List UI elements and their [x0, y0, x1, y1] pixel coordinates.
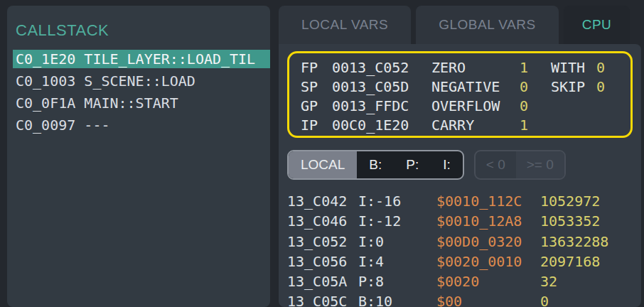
memory-decimal-value: 13632288 — [540, 232, 641, 252]
memory-decimal-value: 1052972 — [540, 191, 641, 211]
frame-symbol: TILE_LAYER::LOAD_TIL — [84, 50, 255, 68]
frame-symbol: S_SCENE::LOAD — [84, 72, 195, 90]
memory-decimal-value: 32 — [540, 271, 641, 291]
memory-offset: B:10 — [358, 291, 436, 307]
view-p-button[interactable]: P: — [394, 151, 431, 178]
memory-row: 13_C05AP:8 $0020 32 — [287, 271, 641, 291]
register-row: SP 0013_C05D NEGATIVE 0 SKIP 0 — [301, 77, 630, 97]
register-name: IP — [301, 116, 332, 135]
memory-hex-value: $0010_112C — [436, 191, 540, 211]
callstack-entry[interactable]: C0_0097 --- — [7, 116, 270, 134]
memory-address: 13_C05A — [287, 271, 358, 291]
memory-offset: I:0 — [358, 232, 436, 252]
callstack-list: C0_1E20 TILE_LAYER::LOAD_TIL C0_1003 S_S… — [7, 50, 270, 134]
memory-offset: P:8 — [358, 271, 436, 291]
callstack-entry[interactable]: C0_1003 S_SCENE::LOAD — [7, 72, 270, 90]
register-name: GP — [301, 97, 332, 116]
view-local-button[interactable]: LOCAL — [289, 151, 357, 178]
filter-controls: LOCAL B: P: I: < 0 >= 0 — [287, 150, 641, 180]
register-row: IP 00C0_1E20 CARRY 1 — [301, 116, 630, 135]
modifier-value: 0 — [596, 77, 630, 97]
register-box: FP 0013_C052 ZERO 1 WITH 0 SP 0013_C05D … — [287, 51, 633, 138]
memory-row: 13_C05CB:10 $00 0 — [287, 291, 641, 307]
flag-value: 0 — [520, 97, 551, 116]
flag-name: NEGATIVE — [431, 77, 520, 97]
sign-filter-group: < 0 >= 0 — [474, 150, 566, 180]
tab-cpu[interactable]: CPU — [564, 6, 630, 50]
memory-row: 13_C042I:-16 $0010_112C 1052972 — [287, 191, 641, 211]
modifier-value: 0 — [596, 58, 630, 77]
frame-address: C0_1E20 — [16, 50, 75, 68]
memory-row: 13_C046I:-12 $0010_12A8 1053352 — [287, 211, 641, 231]
flag-name: OVERFLOW — [431, 97, 520, 116]
flag-value: 1 — [520, 58, 551, 77]
flag-value: 0 — [520, 77, 551, 97]
memory-address: 13_C046 — [287, 211, 358, 231]
frame-symbol: MAIN::START — [84, 95, 178, 112]
memory-decimal-value: 2097168 — [540, 252, 641, 271]
frame-address: C0_1003 — [16, 72, 75, 90]
modifier-name: SKIP — [551, 77, 596, 97]
callstack-title: CALLSTACK — [7, 6, 270, 40]
memory-address: 13_C05C — [287, 291, 358, 307]
callstack-entry[interactable]: C0_0F1A MAIN::START — [7, 94, 270, 112]
memory-decimal-value: 1053352 — [540, 211, 641, 231]
flag-name: ZERO — [431, 58, 520, 77]
memory-hex-value: $0020_0010 — [436, 252, 540, 271]
memory-address: 13_C052 — [287, 232, 358, 252]
memory-hex-value: $00D0_0320 — [436, 232, 540, 252]
memory-address: 13_C042 — [287, 191, 358, 211]
less-than-zero-button: < 0 — [476, 151, 516, 178]
register-value: 0013_C05D — [332, 77, 431, 97]
memory-offset: I:4 — [358, 252, 436, 271]
tab-bar: LOCAL VARS GLOBAL VARS CPU — [279, 6, 630, 50]
memory-row: 13_C056I:4 $0020_0010 2097168 — [287, 252, 641, 271]
memory-row: 13_C052I:0 $00D0_0320 13632288 — [287, 232, 641, 252]
tab-global-vars[interactable]: GLOBAL VARS — [416, 6, 558, 44]
register-name: FP — [301, 58, 332, 77]
frame-address: C0_0097 — [16, 117, 75, 134]
view-b-button[interactable]: B: — [357, 151, 394, 178]
greater-equal-zero-button: >= 0 — [516, 151, 564, 178]
register-name: SP — [301, 77, 332, 97]
view-i-button[interactable]: I: — [431, 151, 463, 178]
frame-address: C0_0F1A — [16, 95, 75, 112]
memory-hex-value: $0010_12A8 — [436, 211, 540, 231]
callstack-panel: CALLSTACK C0_1E20 TILE_LAYER::LOAD_TIL C… — [7, 6, 270, 307]
register-row: FP 0013_C052 ZERO 1 WITH 0 — [301, 58, 630, 77]
flag-name: CARRY — [431, 116, 520, 135]
register-value: 00C0_1E20 — [332, 116, 431, 135]
memory-offset: I:-16 — [358, 191, 436, 211]
callstack-entry-selected[interactable]: C0_1E20 TILE_LAYER::LOAD_TIL — [13, 50, 270, 68]
view-toggle-group: LOCAL B: P: I: — [287, 150, 464, 180]
memory-hex-value: $0020 — [436, 271, 540, 291]
tab-local-vars[interactable]: LOCAL VARS — [279, 6, 411, 44]
memory-list: 13_C042I:-16 $0010_112C 1052972 13_C046I… — [287, 191, 641, 307]
modifier-name: WITH — [551, 58, 596, 77]
cpu-panel: FP 0013_C052 ZERO 1 WITH 0 SP 0013_C05D … — [279, 44, 641, 307]
register-value: 0013_FFDC — [332, 97, 431, 116]
memory-hex-value: $00 — [436, 291, 540, 307]
register-row: GP 0013_FFDC OVERFLOW 0 — [301, 97, 630, 116]
memory-address: 13_C056 — [287, 252, 358, 271]
memory-offset: I:-12 — [358, 211, 436, 231]
register-value: 0013_C052 — [332, 58, 431, 77]
frame-symbol: --- — [84, 117, 109, 134]
memory-decimal-value: 0 — [540, 291, 641, 307]
flag-value: 1 — [520, 116, 551, 135]
